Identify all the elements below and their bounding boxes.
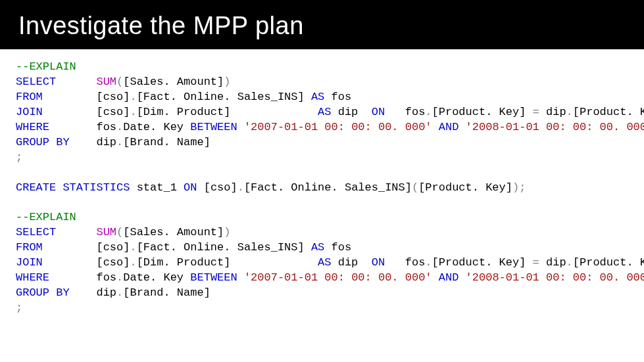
fos-2b: fos bbox=[96, 271, 116, 284]
kw-on-stats: ON bbox=[184, 181, 197, 194]
rp-2: ) bbox=[224, 226, 230, 238]
pk-2b: [Product. Key] bbox=[573, 256, 644, 269]
lit-end-1: '2008-01-01 00: 00: 00. 000' bbox=[466, 121, 644, 133]
brand-1: [Brand. Name] bbox=[123, 136, 211, 148]
kw-join-1: JOIN bbox=[16, 106, 43, 118]
kw-select-2: SELECT bbox=[16, 226, 56, 238]
dot-2b: . bbox=[130, 256, 136, 269]
tbl-fact-s: [Fact. Online. Sales_INS] bbox=[244, 181, 412, 194]
dot-s: . bbox=[237, 181, 244, 194]
kw-statistics: STATISTICS bbox=[62, 181, 130, 194]
fos-1: fos bbox=[405, 106, 426, 118]
kw-on-1: ON bbox=[372, 106, 385, 118]
kw-groupby-2: GROUP BY bbox=[16, 286, 70, 299]
dot-2c: . bbox=[425, 256, 432, 269]
lit-start-2: '2007-01-01 00: 00: 00. 000' bbox=[244, 271, 432, 284]
fos-2: fos bbox=[405, 256, 426, 269]
schema-cso-2b: [cso] bbox=[96, 256, 130, 269]
kw-where-1: WHERE bbox=[16, 121, 49, 133]
dot-1c: . bbox=[425, 106, 432, 118]
kw-on-2: ON bbox=[372, 256, 385, 269]
dot-1f: . bbox=[116, 136, 123, 148]
dot-1b: . bbox=[130, 106, 136, 118]
dip-2: dip bbox=[546, 256, 566, 269]
rp-s: ) bbox=[512, 181, 519, 194]
dot-2f: . bbox=[116, 286, 123, 299]
alias-dip-2: dip bbox=[338, 256, 359, 269]
kw-between-2: BETWEEN bbox=[190, 271, 237, 284]
dot-1: . bbox=[130, 91, 136, 103]
lit-end-2: '2008-01-01 00: 00: 00. 000' bbox=[466, 271, 644, 284]
pk-1a: [Product. Key] bbox=[432, 106, 526, 118]
lp-1: ( bbox=[116, 76, 123, 88]
slide-title: Investigate the MPP plan bbox=[18, 12, 626, 40]
kw-join-2: JOIN bbox=[16, 256, 43, 269]
pk-1b: [Product. Key] bbox=[573, 106, 644, 118]
schema-cso-1: [cso] bbox=[96, 91, 130, 103]
dot-1e: . bbox=[116, 121, 123, 133]
fn-sum-2: SUM bbox=[96, 226, 116, 238]
pk-2a: [Product. Key] bbox=[432, 256, 526, 269]
dot-2d: . bbox=[566, 256, 573, 269]
kw-as-1b: AS bbox=[318, 106, 331, 118]
tbl-fact-2: [Fact. Online. Sales_INS] bbox=[137, 241, 305, 254]
stat-name: stat_1 bbox=[137, 181, 177, 194]
dot-2e: . bbox=[116, 271, 123, 284]
schema-cso-2: [cso] bbox=[96, 241, 130, 254]
alias-fos-1: fos bbox=[332, 91, 352, 103]
kw-as-2a: AS bbox=[311, 241, 324, 254]
alias-fos-2: fos bbox=[332, 241, 352, 254]
tbl-fact-1: [Fact. Online. Sales_INS] bbox=[137, 91, 305, 103]
kw-between-1: BETWEEN bbox=[190, 121, 237, 133]
dot-1d: . bbox=[566, 106, 573, 118]
kw-and-1: AND bbox=[439, 121, 459, 133]
comment-explain-1: --EXPLAIN bbox=[16, 60, 76, 73]
rp-1: ) bbox=[224, 76, 230, 88]
comment-explain-2: --EXPLAIN bbox=[16, 211, 76, 223]
kw-and-2: AND bbox=[439, 271, 459, 284]
kw-as-1a: AS bbox=[311, 91, 324, 103]
datekey-2: Date. Key bbox=[123, 271, 184, 284]
kw-where-2: WHERE bbox=[16, 271, 49, 284]
kw-select-1: SELECT bbox=[16, 76, 56, 88]
kw-from-2: FROM bbox=[16, 241, 43, 254]
alias-dip-1: dip bbox=[338, 106, 359, 118]
semi-1: ; bbox=[16, 151, 22, 164]
eq-2: = bbox=[533, 256, 539, 269]
col-salesamount-1: [Sales. Amount] bbox=[123, 76, 224, 88]
title-bar: Investigate the MPP plan bbox=[0, 0, 644, 49]
lp-s: ( bbox=[412, 181, 418, 194]
dip-1: dip bbox=[546, 106, 566, 118]
lp-2: ( bbox=[116, 226, 123, 238]
kw-as-2b: AS bbox=[318, 256, 331, 269]
dip-2b: dip bbox=[96, 286, 116, 299]
schema-cso-s: [cso] bbox=[204, 181, 237, 194]
eq-1: = bbox=[533, 106, 539, 118]
datekey-1: Date. Key bbox=[123, 121, 184, 133]
dip-1b: dip bbox=[96, 136, 116, 148]
col-salesamount-2: [Sales. Amount] bbox=[123, 226, 224, 238]
semi-2: ; bbox=[16, 302, 22, 314]
tbl-dim-2: [Dim. Product] bbox=[137, 256, 231, 269]
schema-cso-1b: [cso] bbox=[96, 106, 130, 118]
kw-from-1: FROM bbox=[16, 91, 43, 103]
semi-s: ; bbox=[519, 181, 526, 194]
fn-sum-1: SUM bbox=[96, 76, 116, 88]
dot-2: . bbox=[130, 241, 136, 254]
fos-1b: fos bbox=[96, 121, 116, 133]
lit-start-1: '2007-01-01 00: 00: 00. 000' bbox=[244, 121, 432, 133]
sql-code-block: --EXPLAIN SELECT SUM([Sales. Amount]) FR… bbox=[0, 49, 644, 327]
kw-create: CREATE bbox=[16, 181, 56, 194]
tbl-dim-1: [Dim. Product] bbox=[137, 106, 231, 118]
pk-s: [Product. Key] bbox=[418, 181, 512, 194]
kw-groupby-1: GROUP BY bbox=[16, 136, 70, 148]
brand-2: [Brand. Name] bbox=[123, 286, 211, 299]
